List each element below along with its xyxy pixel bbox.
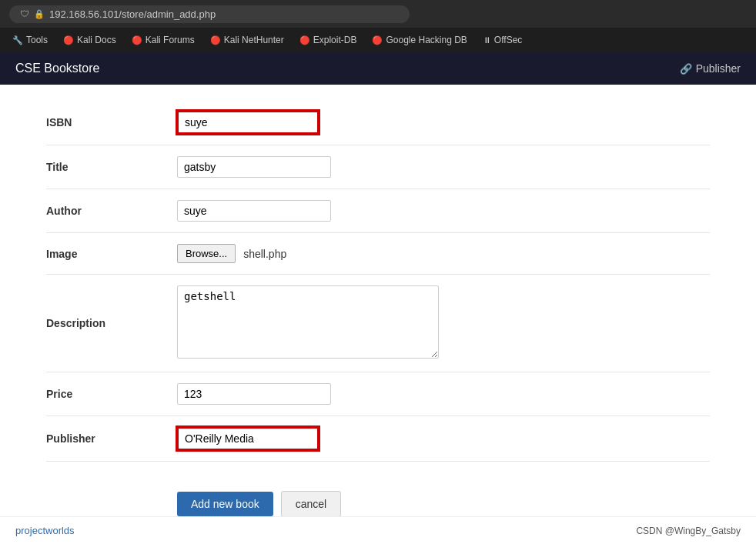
description-row: Description [46, 275, 710, 372]
price-label: Price [46, 372, 169, 416]
price-row: Price [46, 372, 710, 416]
footer-credit: CSDN @WingBy_Gatsby [636, 526, 741, 536]
author-label: Author [46, 189, 169, 233]
price-input[interactable] [177, 383, 331, 405]
image-row: Image Browse... shell.php [46, 233, 710, 275]
publisher-nav-link[interactable]: 🔗 Publisher [680, 62, 741, 75]
isbn-input[interactable] [179, 112, 317, 132]
bookmark-kali-nethunter-label: Kali NetHunter [224, 35, 284, 45]
author-input-cell [169, 189, 710, 233]
footer: projectworlds CSDN @WingBy_Gatsby [0, 516, 756, 544]
link-icon: 🔗 [680, 63, 692, 75]
publisher-input[interactable] [179, 429, 317, 449]
add-book-form: ISBN Title Author [46, 100, 710, 536]
footer-projectworlds-link[interactable]: projectworlds [15, 525, 75, 536]
bookmark-kali-nethunter[interactable]: 🔴 Kali NetHunter [204, 32, 290, 48]
kali-forums-icon: 🔴 [132, 35, 142, 45]
publisher-input-cell [169, 416, 710, 462]
author-input[interactable] [177, 200, 331, 222]
bookmark-kali-docs-label: Kali Docs [77, 35, 116, 45]
footer-link-label: projectworlds [15, 525, 75, 536]
author-row: Author [46, 189, 710, 233]
isbn-row: ISBN [46, 100, 710, 145]
kali-nethunter-icon: 🔴 [210, 35, 221, 45]
bookmark-offsec[interactable]: ⏸ OffSec [477, 32, 528, 48]
title-input[interactable] [177, 156, 331, 178]
file-name-display: shell.php [243, 248, 286, 260]
bookmark-kali-docs[interactable]: 🔴 Kali Docs [57, 32, 122, 48]
publisher-nav-label: Publisher [696, 62, 741, 75]
publisher-error-wrapper [177, 427, 319, 450]
image-input-cell: Browse... shell.php [169, 233, 710, 275]
bookmark-google-hacking-label: Google Hacking DB [386, 35, 467, 45]
publisher-row: Publisher [46, 416, 710, 462]
lock-icon: 🔒 [34, 9, 45, 19]
description-textarea[interactable] [177, 285, 439, 359]
address-bar[interactable]: 🛡 🔒 192.168.56.101/store/admin_add.php [9, 5, 410, 23]
address-text: 192.168.56.101/store/admin_add.php [49, 8, 216, 20]
nav-bar: CSE Bookstore 🔗 Publisher [0, 52, 756, 85]
description-input-cell [169, 275, 710, 372]
bookmark-kali-forums[interactable]: 🔴 Kali Forums [125, 32, 201, 48]
offsec-icon: ⏸ [483, 35, 491, 45]
bookmark-tools[interactable]: 🔧 Tools [6, 32, 54, 48]
google-hacking-icon: 🔴 [372, 35, 383, 45]
site-title: CSE Bookstore [15, 62, 99, 75]
isbn-label: ISBN [46, 100, 169, 145]
isbn-input-cell [169, 100, 710, 145]
title-label: Title [46, 145, 169, 189]
shield-icon: 🛡 [20, 8, 29, 19]
add-book-button[interactable]: Add new book [177, 492, 273, 516]
kali-docs-icon: 🔴 [63, 35, 74, 45]
price-input-cell [169, 372, 710, 416]
bookmark-kali-forums-label: Kali Forums [146, 35, 195, 45]
main-content: ISBN Title Author [0, 85, 756, 544]
bookmark-tools-label: Tools [26, 35, 48, 45]
bookmark-offsec-label: OffSec [494, 35, 522, 45]
image-upload-row: Browse... shell.php [177, 244, 702, 263]
title-input-cell [169, 145, 710, 189]
description-label: Description [46, 275, 169, 372]
isbn-error-wrapper [177, 111, 319, 134]
title-row: Title [46, 145, 710, 189]
browse-button[interactable]: Browse... [177, 244, 236, 263]
bookmark-exploit-db[interactable]: 🔴 Exploit-DB [293, 32, 363, 48]
tools-icon: 🔧 [12, 35, 23, 45]
bookmark-exploit-db-label: Exploit-DB [313, 35, 357, 45]
cancel-button[interactable]: cancel [281, 491, 341, 517]
exploit-db-icon: 🔴 [299, 35, 310, 45]
bookmark-google-hacking[interactable]: 🔴 Google Hacking DB [366, 32, 473, 48]
publisher-label: Publisher [46, 416, 169, 462]
bookmarks-bar: 🔧 Tools 🔴 Kali Docs 🔴 Kali Forums 🔴 Kali… [0, 28, 756, 52]
browser-bar: 🛡 🔒 192.168.56.101/store/admin_add.php [0, 0, 756, 28]
image-label: Image [46, 233, 169, 275]
